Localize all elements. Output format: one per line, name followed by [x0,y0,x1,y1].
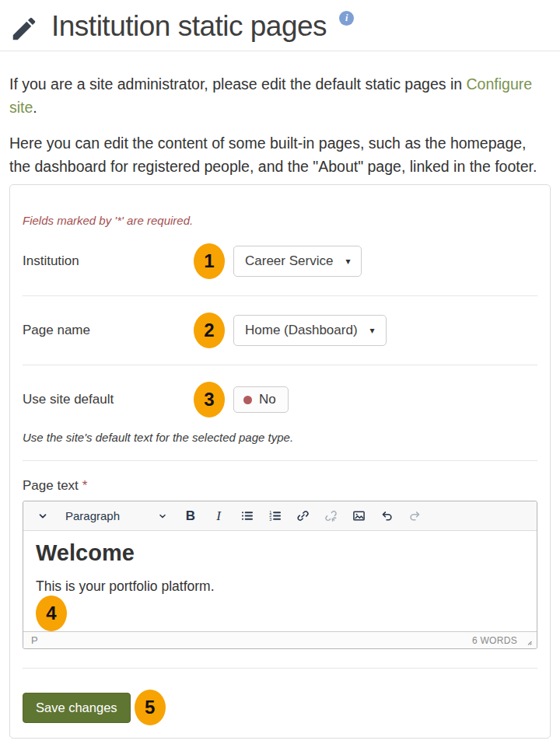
required-asterisk: * [82,478,88,493]
use-site-default-toggle[interactable]: No [233,386,289,413]
step-badge-2: 2 [194,313,225,348]
institution-row: Institution 1 Career Service ▾ [23,227,537,295]
editor-toolbar: Paragraph B I 123 [23,501,537,531]
button-row: Save changes 5 [23,690,537,725]
institution-static-pages: Institution static pages i If you are a … [0,0,560,744]
divider [23,668,537,669]
ordered-list-icon[interactable]: 123 [261,505,288,527]
resize-handle-icon[interactable] [523,636,532,645]
use-site-default-label: Use site default [23,392,194,407]
step-badge-4: 4 [36,596,67,631]
use-site-default-control: 3 No [194,382,289,417]
admin-note-suffix: . [33,99,37,116]
page-title: Institution static pages [51,9,327,44]
caret-down-icon: ▾ [370,326,375,335]
save-changes-button[interactable]: Save changes [23,693,131,723]
page-name-label: Page name [23,323,194,338]
pencil-icon [9,14,39,44]
editor-content-area[interactable]: Welcome This is your portfolio platform.… [23,531,537,631]
italic-icon[interactable]: I [205,505,232,527]
step-badge-1: 1 [194,243,225,279]
step-badge-5: 5 [135,690,166,725]
unordered-list-icon[interactable] [233,505,260,527]
institution-selected-value: Career Service [245,253,333,269]
statusbar-right: 6 WORDS [472,635,532,646]
page-name-row: Page name 2 Home (Dashboard) ▾ [23,296,537,365]
step-badge-3: 3 [194,382,225,417]
use-site-default-row: Use site default 3 No [23,365,537,431]
svg-text:3: 3 [269,517,271,522]
block-format-chevron-icon [157,511,168,522]
page-text-label-text: Page text [23,478,79,493]
insert-link-icon[interactable] [289,505,316,527]
admin-note-paragraph: If you are a site administrator, please … [9,72,551,119]
block-format-select[interactable]: Paragraph [58,505,176,527]
block-format-value: Paragraph [65,509,120,522]
page-header: Institution static pages i [0,0,560,44]
use-site-default-value: No [259,392,276,407]
admin-note-prefix: If you are a site administrator, please … [9,75,462,93]
divider [23,460,537,461]
use-site-default-help: Use the site's default text for the sele… [23,431,537,444]
toggle-off-dot-icon [243,396,252,404]
chevron-down-icon[interactable] [30,505,56,527]
caret-down-icon: ▾ [345,257,350,266]
page-name-select[interactable]: Home (Dashboard) ▾ [233,315,387,346]
editor-heading: Welcome [36,540,524,566]
rich-text-editor: Paragraph B I 123 [23,501,537,649]
bold-icon[interactable]: B [177,505,204,527]
required-fields-note: Fields marked by '*' are required. [23,214,537,227]
info-circle-icon[interactable]: i [339,11,354,26]
page-name-control: 2 Home (Dashboard) ▾ [194,313,387,348]
header-divider [0,51,560,51]
editor-paragraph: This is your portfolio platform. [36,578,524,595]
institution-select[interactable]: Career Service ▾ [233,246,362,277]
remove-link-icon [317,505,344,527]
page-name-selected-value: Home (Dashboard) [245,323,358,338]
editor-statusbar: P 6 WORDS [23,631,537,648]
static-pages-form-panel: Fields marked by '*' are required. Insti… [9,184,551,739]
institution-label: Institution [23,253,194,269]
element-path[interactable]: P [31,634,38,646]
redo-icon [401,505,428,527]
word-count[interactable]: 6 WORDS [472,635,517,646]
insert-image-icon[interactable] [345,505,372,527]
undo-icon[interactable] [373,505,400,527]
page-text-label: Page text* [23,478,537,494]
institution-control: 1 Career Service ▾ [194,243,362,279]
description-paragraph: Here you can edit the content of some bu… [9,131,551,178]
